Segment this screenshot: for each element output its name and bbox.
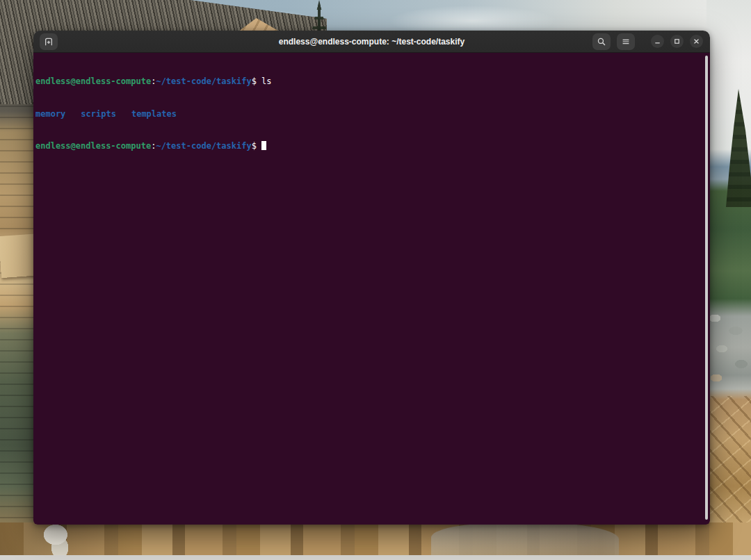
new-tab-icon [44,37,54,47]
wallpaper-floor-strip [0,555,751,560]
new-tab-button[interactable] [40,33,58,50]
close-button[interactable] [690,35,703,48]
wallpaper-cabin-wall [0,83,38,560]
minimize-button[interactable] [651,35,664,48]
terminal-cursor [261,141,266,150]
close-icon [693,38,700,45]
maximize-icon [673,38,681,45]
titlebar[interactable]: endless@endless-compute: ~/test-code/tas… [33,31,710,53]
search-icon [597,37,606,47]
prompt-path: ~/test-code/taskify [156,141,251,151]
wallpaper-shading [0,522,751,560]
typed-command: ls [261,76,271,86]
minimize-icon [654,38,661,45]
menu-button[interactable] [617,33,635,50]
directory-name: templates [131,109,177,119]
search-button[interactable] [592,33,611,50]
directory-name: scripts [81,109,116,119]
prompt-symbol: $ [252,76,257,86]
terminal-line-prompt-command: endless@endless-compute:~/test-code/task… [35,76,710,88]
terminal-output-area[interactable]: endless@endless-compute:~/test-code/task… [33,53,710,525]
terminal-line-prompt-cursor: endless@endless-compute:~/test-code/task… [35,141,710,152]
maximize-button[interactable] [670,35,684,48]
prompt-symbol: $ [252,141,257,151]
wallpaper-white-bird [36,520,79,557]
prompt-path: ~/test-code/taskify [156,76,251,86]
terminal-window: endless@endless-compute: ~/test-code/tas… [33,31,710,525]
wallpaper-rocks [706,306,751,396]
directory-name: memory [35,109,65,119]
terminal-scrollbar[interactable] [705,56,708,520]
hamburger-menu-icon [621,37,631,47]
prompt-user-host: endless@endless-compute [35,76,151,86]
prompt-user-host: endless@endless-compute [35,141,151,151]
terminal-line-ls-output: memoryscriptstemplates [35,109,710,120]
